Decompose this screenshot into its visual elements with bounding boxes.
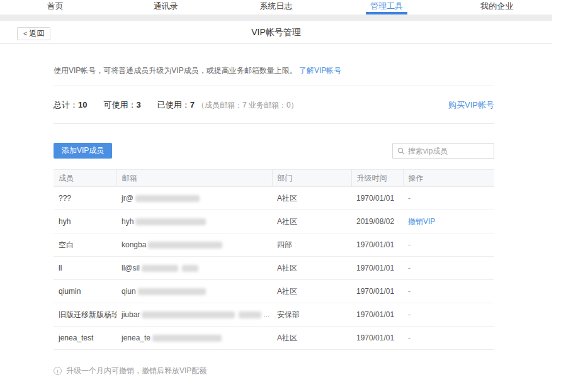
action-cell: 撤销VIP [403,210,494,233]
footnote: i 升级一个月内可撤销，撤销后释放VIP配额 [54,366,494,376]
stat-value: 7 [190,100,195,109]
department-cell: A社区 [272,327,351,350]
footnote-text: 升级一个月内可撤销，撤销后释放VIP配额 [66,366,207,376]
nav-item-label: 管理工具 [370,1,403,11]
department-cell: 四部 [272,233,351,257]
email-cell: hyh [116,210,272,233]
redacted-email-block [182,265,198,272]
column-header-email: 邮箱 [116,170,272,187]
email-cell: qiun [116,280,272,303]
column-header-department: 部门 [272,170,351,187]
email-prefix: qiun [122,287,136,296]
active-tab-underline [366,12,407,14]
table-row: 空白 kongba 四部 1970/01/01 - [54,233,494,257]
redacted-email-block [135,195,200,202]
back-button-label: 返回 [29,29,44,38]
email-prefix: kongba [122,240,146,249]
department-cell: A社区 [272,210,351,233]
action-placeholder: - [408,310,411,319]
department-cell: 安保部 [272,303,351,327]
stat-total: 总计：10 [54,99,87,111]
member-cell: ll [54,257,116,280]
redacted-email-block [135,218,206,225]
member-cell: 旧版迁移新版杨珍 [54,303,116,327]
info-icon: i [54,367,62,375]
nav-item-home[interactable]: 首页 [0,0,110,14]
action-placeholder: - [408,287,411,296]
email-prefix: ll@sil [122,264,140,272]
table-row: hyh hyh A社区 2019/08/02 撤销VIP [54,210,494,233]
nav-item-admin-tools[interactable]: 管理工具 [331,0,441,14]
stat-label: 可使用： [103,100,136,109]
nav-item-my-company[interactable]: 我的企业 [442,0,552,14]
upgrade-time-cell: 1970/01/01 [351,233,403,257]
department-cell: A社区 [272,257,351,280]
action-placeholder: - [408,264,411,272]
app-window: 首页 通讯录 系统日志 管理工具 我的企业 <返回 VIP帐号管理 使用VIP帐… [0,0,552,376]
action-cell: - [403,257,494,280]
vip-members-table: 成员 邮箱 部门 升级时间 操作 ??? jr@ A社区 1970/01/01 … [54,169,494,350]
column-header-member: 成员 [54,170,116,187]
email-prefix: jiubar [122,310,140,319]
search-box[interactable] [392,143,494,159]
email-truncation: ... [263,310,269,319]
member-cell: qiumin [54,280,116,303]
email-cell: jenea_te [116,327,272,350]
email-prefix: jenea_te [122,333,150,342]
nav-item-contacts[interactable]: 通讯录 [110,0,220,14]
table-header-row: 成员 邮箱 部门 升级时间 操作 [54,170,494,187]
search-icon [397,147,405,155]
redacted-email-block [152,335,222,342]
member-cell: jenea_test [54,327,116,350]
upgrade-time-cell: 1970/01/01 [351,187,403,210]
email-cell: ll@sil [116,257,272,280]
upgrade-time-cell: 2019/08/02 [351,210,403,233]
action-placeholder: - [408,194,411,203]
add-vip-member-button[interactable]: 添加VIP成员 [54,143,112,159]
member-cell: 空白 [54,233,116,257]
upgrade-time-cell: 1970/01/01 [351,327,403,350]
intro-text: 使用VIP帐号，可将普通成员升级为VIP成员，或提高业务邮箱数量上限。 [54,66,297,75]
nav-gray-strip [0,14,552,21]
table-row: 旧版迁移新版杨珍 jiubar... 安保部 1970/01/01 - [54,303,494,327]
action-cell: - [403,233,494,257]
redacted-email-block [142,311,235,318]
column-header-action: 操作 [403,170,494,187]
upgrade-time-cell: 1970/01/01 [351,257,403,280]
stat-used-detail: （成员邮箱：7 业务邮箱：0） [197,101,298,109]
stats-row: 总计：10 可使用：3 已使用：7（成员邮箱：7 业务邮箱：0） 购买VIP帐号 [54,86,494,123]
stat-value: 3 [136,100,140,109]
action-placeholder: - [408,240,411,249]
stat-used: 已使用：7（成员邮箱：7 业务邮箱：0） [157,99,298,111]
member-cell: ??? [54,187,116,210]
revoke-vip-link[interactable]: 撤销VIP [408,217,435,226]
stat-label: 总计： [54,100,78,109]
redacted-email-block [142,265,178,272]
main-content: 使用VIP帐号，可将普通成员升级为VIP成员，或提高业务邮箱数量上限。 了解VI… [54,44,494,376]
divider [54,123,494,124]
intro-text-row: 使用VIP帐号，可将普通成员升级为VIP成员，或提高业务邮箱数量上限。 了解VI… [54,44,494,76]
email-prefix: hyh [122,217,133,226]
learn-vip-link[interactable]: 了解VIP帐号 [299,66,341,75]
email-prefix: jr@ [122,194,133,203]
table-row: qiumin qiun A社区 1970/01/01 - [54,280,494,303]
table-row: jenea_test jenea_te A社区 1970/01/01 - [54,327,494,350]
table-row: ??? jr@ A社区 1970/01/01 - [54,187,494,210]
table-row: ll ll@sil A社区 1970/01/01 - [54,257,494,280]
member-cell: hyh [54,210,116,233]
email-cell: kongba [116,233,272,257]
page-header: <返回 VIP帐号管理 [0,21,552,44]
nav-item-system-log[interactable]: 系统日志 [221,0,331,14]
stat-value: 10 [78,100,87,109]
action-cell: - [403,280,494,303]
action-cell: - [403,303,494,327]
redacted-email-block [138,288,206,295]
redacted-email-block [239,311,261,318]
column-header-upgrade-time: 升级时间 [351,170,403,187]
search-input[interactable] [408,147,494,155]
action-placeholder: - [408,333,411,342]
buy-vip-link[interactable]: 购买VIP帐号 [448,99,494,111]
toolbar: 添加VIP成员 [54,143,494,159]
upgrade-time-cell: 1970/01/01 [351,303,403,327]
back-button[interactable]: <返回 [17,27,50,40]
